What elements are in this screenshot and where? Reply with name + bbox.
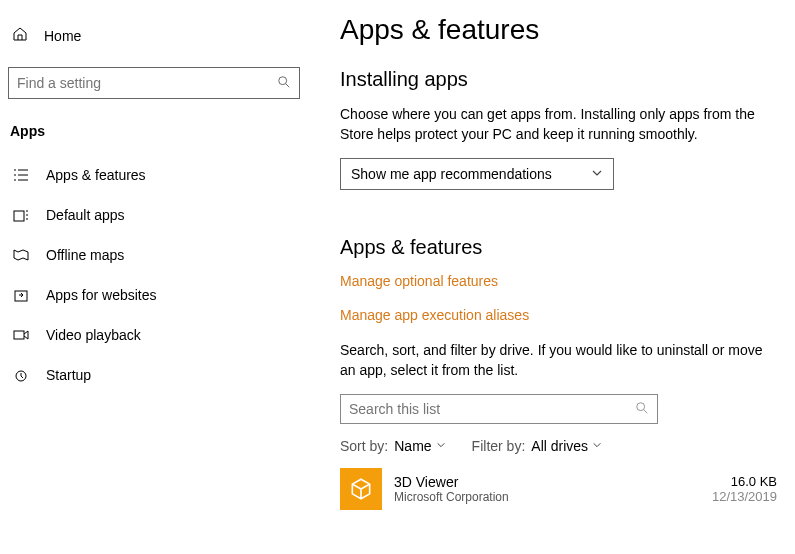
instructions-text: Search, sort, and filter by drive. If yo… [340, 341, 770, 380]
apps-features-header: Apps & features [340, 236, 777, 259]
sort-value: Name [394, 438, 431, 454]
app-publisher: Microsoft Corporation [394, 490, 700, 504]
video-icon [12, 327, 30, 343]
main-panel: Apps & features Installing apps Choose w… [310, 0, 795, 554]
installing-apps-header: Installing apps [340, 68, 777, 91]
filter-value: All drives [531, 438, 588, 454]
sidebar-item-label: Default apps [46, 207, 125, 223]
sidebar-item-label: Offline maps [46, 247, 124, 263]
svg-line-1 [286, 83, 290, 87]
sidebar-item-startup[interactable]: Startup [0, 355, 310, 395]
svg-point-0 [279, 76, 287, 84]
filter-by-control[interactable]: Filter by: All drives [472, 438, 602, 454]
sidebar-item-video-playback[interactable]: Video playback [0, 315, 310, 355]
app-name: 3D Viewer [394, 474, 700, 490]
sidebar-item-default-apps[interactable]: Default apps [0, 195, 310, 235]
svg-point-15 [637, 403, 645, 411]
sidebar-item-label: Apps & features [46, 167, 146, 183]
search-icon [277, 75, 291, 92]
chevron-down-icon [436, 440, 446, 452]
sidebar: Home Apps Apps & features Default apps O… [0, 0, 310, 554]
home-label: Home [44, 28, 81, 44]
defaults-icon [12, 207, 30, 223]
app-details-right: 16.0 KB 12/13/2019 [712, 474, 777, 504]
svg-rect-12 [15, 291, 27, 301]
filter-label: Filter by: [472, 438, 526, 454]
sort-by-control[interactable]: Sort by: Name [340, 438, 446, 454]
open-icon [12, 287, 30, 303]
svg-line-16 [644, 410, 648, 414]
app-date: 12/13/2019 [712, 489, 777, 504]
sidebar-item-apps-websites[interactable]: Apps for websites [0, 275, 310, 315]
sidebar-item-apps-features[interactable]: Apps & features [0, 155, 310, 195]
sort-filter-row: Sort by: Name Filter by: All drives [340, 438, 777, 454]
search-list-box[interactable] [340, 394, 658, 424]
search-icon [635, 401, 649, 418]
app-icon [340, 468, 382, 510]
chevron-down-icon [592, 440, 602, 452]
section-title: Apps [0, 117, 310, 155]
app-size: 16.0 KB [712, 474, 777, 489]
installing-apps-desc: Choose where you can get apps from. Inst… [340, 105, 777, 144]
sidebar-item-label: Startup [46, 367, 91, 383]
dropdown-value: Show me app recommendations [351, 166, 552, 182]
startup-icon [12, 367, 30, 383]
sidebar-item-offline-maps[interactable]: Offline maps [0, 235, 310, 275]
svg-rect-13 [14, 331, 24, 339]
find-setting-search[interactable] [8, 67, 300, 99]
home-button[interactable]: Home [0, 18, 310, 59]
app-source-dropdown[interactable]: Show me app recommendations [340, 158, 614, 190]
search-list-input[interactable] [349, 401, 635, 417]
svg-rect-8 [14, 211, 24, 221]
manage-execution-aliases-link[interactable]: Manage app execution aliases [340, 307, 777, 323]
sidebar-item-label: Video playback [46, 327, 141, 343]
app-list-item[interactable]: 3D Viewer Microsoft Corporation 16.0 KB … [340, 468, 777, 510]
find-setting-input[interactable] [17, 75, 277, 91]
app-meta: 3D Viewer Microsoft Corporation [394, 474, 700, 504]
page-title: Apps & features [340, 14, 777, 46]
manage-optional-features-link[interactable]: Manage optional features [340, 273, 777, 289]
list-icon [12, 167, 30, 183]
sidebar-item-label: Apps for websites [46, 287, 157, 303]
chevron-down-icon [591, 167, 603, 181]
home-icon [12, 26, 28, 45]
sort-label: Sort by: [340, 438, 388, 454]
map-icon [12, 247, 30, 263]
